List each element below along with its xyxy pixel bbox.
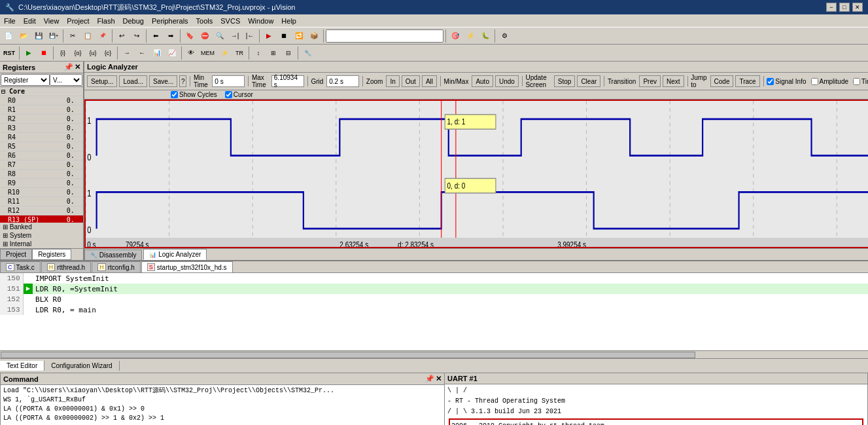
run-to-cursor[interactable]: {c} [101, 46, 115, 60]
bookmark-btn[interactable]: 🔖 [182, 29, 197, 43]
extra1[interactable]: ↕ [251, 46, 266, 60]
show-cycles-check[interactable]: Show Cycles [171, 91, 217, 98]
mem-btn[interactable]: MEM [199, 46, 217, 60]
target-btn[interactable]: 🎯 [448, 29, 462, 43]
undo-btn[interactable]: ↩ [114, 29, 129, 43]
code-scrollbar[interactable] [0, 350, 868, 358]
menu-edit[interactable]: Edit [20, 16, 40, 26]
menu-help[interactable]: Help [277, 16, 300, 26]
trace-btn2[interactable]: TR [232, 46, 247, 60]
run-btn[interactable]: ▶ [22, 46, 36, 60]
timestamps-check[interactable]: Timestamps Enable [853, 78, 868, 85]
help-button[interactable]: ? [179, 75, 186, 87]
minimize-button[interactable]: − [826, 3, 837, 12]
tab-rtthread-h[interactable]: H rtthread.h [41, 261, 91, 272]
zoom-in-button[interactable]: In [386, 75, 399, 87]
stop-button[interactable]: Stop [554, 75, 576, 87]
prev-state[interactable]: ← [135, 46, 149, 60]
signal-info-check[interactable]: Signal Info [767, 78, 806, 85]
outdent-btn[interactable]: |← [243, 29, 257, 43]
cut-btn[interactable]: ✂ [65, 29, 80, 43]
step-over[interactable]: {o} [71, 46, 85, 60]
next-button[interactable]: Next [663, 75, 684, 87]
debug-win2[interactable]: 📈 [165, 46, 179, 60]
nav-back[interactable]: ⬅ [148, 29, 163, 43]
menu-peripherals[interactable]: Peripherals [148, 16, 192, 26]
menu-tools[interactable]: Tools [192, 16, 217, 26]
auto-button[interactable]: Auto [472, 75, 493, 87]
menu-view[interactable]: View [40, 16, 63, 26]
save-btn[interactable]: 💾 [31, 29, 46, 43]
stop-btn2[interactable]: ⏹ [277, 29, 291, 43]
close-button[interactable]: ✕ [852, 3, 863, 12]
tab-text-editor[interactable]: Text Editor [0, 361, 44, 371]
cursor-check[interactable]: Cursor [225, 91, 253, 98]
maximize-button[interactable]: □ [839, 3, 850, 12]
tab-task-c[interactable]: C Task.c [0, 261, 41, 272]
indent-btn[interactable]: →| [228, 29, 242, 43]
menu-flash[interactable]: Flash [94, 16, 119, 26]
menu-debug[interactable]: Debug [119, 16, 148, 26]
tab-startup-s[interactable]: S startup_stm32f10x_hd.s [141, 261, 233, 272]
open-btn[interactable]: 📂 [16, 29, 31, 43]
step-into[interactable]: {i} [56, 46, 70, 60]
next-state[interactable]: → [120, 46, 134, 60]
scrollbar-thumb[interactable] [1, 352, 695, 358]
menu-window[interactable]: Window [244, 16, 277, 26]
nav-fwd[interactable]: ➡ [164, 29, 178, 43]
step-out[interactable]: {u} [86, 46, 100, 60]
registers-close[interactable]: ✕ [75, 63, 80, 71]
redo-btn[interactable]: ↪ [130, 29, 144, 43]
debug-run-btn[interactable]: 🐛 [478, 29, 493, 43]
save-all-btn[interactable]: 💾+ [46, 29, 61, 43]
paste-btn[interactable]: 📌 [95, 29, 110, 43]
rebuild-btn[interactable]: 🔁 [292, 29, 306, 43]
save-button[interactable]: Save... [149, 75, 177, 87]
options-btn[interactable]: ⚙ [497, 29, 512, 43]
breakpoint-btn[interactable]: ⛔ [198, 29, 212, 43]
tab-project[interactable]: Project [0, 249, 32, 260]
setup-button[interactable]: Setup... [87, 75, 117, 87]
prev-button[interactable]: Prev [639, 75, 661, 87]
extra3[interactable]: ⊟ [281, 46, 296, 60]
code-button[interactable]: Code [710, 75, 734, 87]
debug-win1[interactable]: 📊 [150, 46, 164, 60]
watch-btn[interactable]: 👁 [184, 46, 198, 60]
menu-project[interactable]: Project [63, 16, 93, 26]
tool1[interactable]: 🔧 [300, 46, 315, 60]
cmd-pin[interactable]: 📌 [425, 375, 434, 383]
tab-config-wizard[interactable]: Configuration Wizard [44, 361, 119, 371]
stop-debug-btn[interactable]: ⏹ [37, 46, 51, 60]
flash-btn[interactable]: ⚡ [463, 29, 477, 43]
expand-icon[interactable]: ⊟ [1, 88, 5, 95]
cmd-close[interactable]: ✕ [436, 375, 442, 383]
extra2[interactable]: ⊞ [266, 46, 281, 60]
tab-logic-analyzer[interactable]: 📊 Logic Analyzer [143, 249, 207, 260]
copy-btn[interactable]: 📋 [80, 29, 95, 43]
new-btn[interactable]: 📄 [1, 29, 16, 43]
internal-row[interactable]: ⊞ Internal [0, 240, 83, 248]
registers-pin[interactable]: 📌 [64, 63, 73, 71]
find-btn[interactable]: 🔍 [213, 29, 227, 43]
perf-btn[interactable]: ⚡ [217, 46, 232, 60]
menu-svcs[interactable]: SVCS [217, 16, 244, 26]
tab-registers[interactable]: Registers [32, 249, 71, 260]
load-button[interactable]: Load... [119, 75, 147, 87]
register-col2[interactable]: V... [50, 74, 82, 86]
amplitude-check[interactable]: Amplitude [811, 78, 848, 85]
system-row[interactable]: ⊞ System [0, 231, 83, 240]
search-input[interactable] [326, 29, 443, 43]
zoom-all-button[interactable]: All [422, 75, 437, 87]
trace-button[interactable]: Trace [735, 75, 759, 87]
rst-btn[interactable]: RST [1, 46, 17, 60]
menu-file[interactable]: File [0, 16, 20, 26]
undo-button[interactable]: Undo [495, 75, 519, 87]
build-btn[interactable]: ▶ [262, 29, 276, 43]
clear-button[interactable]: Clear [577, 75, 600, 87]
tab-rtconfig-h[interactable]: H rtconfig.h [92, 261, 141, 272]
banked-row[interactable]: ⊞ Banked [0, 223, 83, 231]
register-dropdown[interactable]: Register [1, 74, 50, 86]
tab-disassembly[interactable]: 🔧 Disassembly [84, 249, 142, 260]
batch-btn[interactable]: 📦 [307, 29, 321, 43]
zoom-out-button[interactable]: Out [402, 75, 420, 87]
